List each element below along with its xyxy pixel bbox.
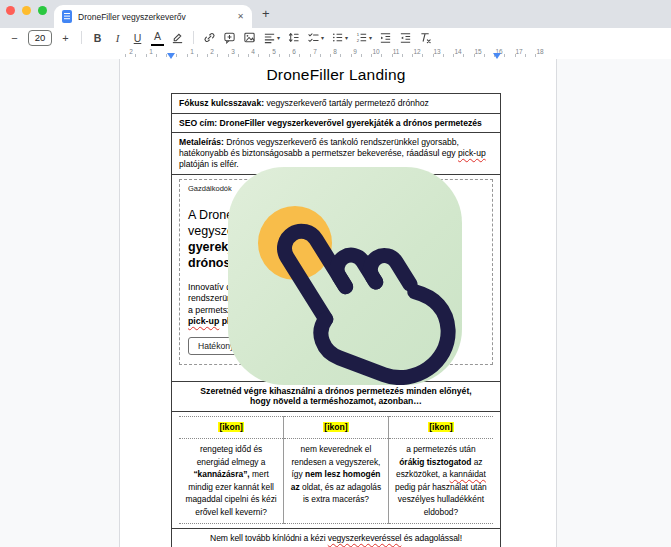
new-tab-button[interactable]: + <box>262 6 270 21</box>
chevron-down-icon: ▾ <box>369 34 372 41</box>
problems-table: [ikon] [ikon] [ikon] rengeteg időd és en… <box>179 416 493 524</box>
problems-row: [ikon] [ikon] [ikon] rengeteg időd és en… <box>172 412 501 529</box>
icon-placeholder: [ikon] <box>428 422 453 432</box>
problem-icon-cell: [ikon] <box>179 417 284 439</box>
seo-title-row: SEO cím: DroneFiller vegyszerkeverővel g… <box>172 113 501 133</box>
bold-button[interactable]: B <box>91 30 104 45</box>
window-controls <box>6 6 47 15</box>
close-tab-icon[interactable]: ✕ <box>237 12 244 21</box>
svg-text:2: 2 <box>357 38 360 43</box>
problem2-text-end: oldat, és az adagolás is extra macerás? <box>300 482 381 505</box>
ruler-number: 13 <box>433 48 440 55</box>
add-comment-button[interactable] <box>223 30 236 45</box>
chevron-down-icon: ▾ <box>345 34 348 41</box>
increase-indent-button[interactable] <box>399 30 412 45</box>
ruler-number: 7 <box>313 48 317 55</box>
focus-keywords-row: Fókusz kulcsszavak: vegyszerkeverő tartá… <box>172 94 501 114</box>
ruler-number: 2 <box>210 48 214 55</box>
problem3-text: a permetezés után <box>406 444 475 454</box>
align-button[interactable]: ▾ <box>263 30 280 45</box>
problem1-bold: “kannázásra”, <box>193 469 249 479</box>
ruler-number: 5 <box>272 48 276 55</box>
line-spacing-icon <box>287 31 300 44</box>
seo-title-text: SEO cím: DroneFiller vegyszerkeverővel g… <box>179 118 482 128</box>
ruler-number: 1 <box>149 48 153 55</box>
close-window-button[interactable] <box>6 6 15 15</box>
browser-tab[interactable]: DroneFiller vegyszerkeverőv ✕ <box>54 5 252 28</box>
toolbar-divider <box>81 31 82 44</box>
problem1-text: rengeteg időd és energiád elmegy a <box>197 444 266 467</box>
ruler-number: 8 <box>333 48 337 55</box>
docs-toolbar: − 20 + B I U A ▾ ▾ ▾ 12 ▾ <box>0 28 671 47</box>
decrease-indent-icon <box>379 31 392 44</box>
problem-text-cell: rengeteg időd és energiád elmegy a “kann… <box>179 439 284 524</box>
ruler: 21123456789101112131415161718 <box>0 47 671 59</box>
ruler-number: 6 <box>292 48 296 55</box>
focus-keywords-label: Fókusz kulcsszavak: <box>179 98 264 108</box>
tap-gesture-icon <box>228 167 462 385</box>
document-title: DroneFiller Landing <box>171 66 501 84</box>
ruler-number: 12 <box>413 48 420 55</box>
font-size-decrease-button[interactable]: − <box>8 30 21 45</box>
text-color-button[interactable]: A <box>151 29 164 47</box>
checklist-button[interactable]: ▾ <box>307 30 324 45</box>
ruler-number: 2 <box>129 48 133 55</box>
ruler-number: 9 <box>353 48 357 55</box>
font-size-input[interactable]: 20 <box>28 30 52 46</box>
ruler-number: 17 <box>515 48 522 55</box>
closing-headline-end: és adagolással! <box>401 533 462 543</box>
numbered-list-icon: 12 <box>355 31 368 44</box>
chevron-down-icon: ▾ <box>277 34 280 41</box>
decrease-indent-button[interactable] <box>379 30 392 45</box>
ruler-number: 10 <box>372 48 379 55</box>
problem3-bold: órákig tisztogatod <box>399 457 471 467</box>
line-spacing-button[interactable] <box>287 30 300 45</box>
meta-label: Metaleírás: <box>179 137 224 147</box>
bulleted-list-button[interactable]: ▾ <box>331 30 348 45</box>
increase-indent-icon <box>399 31 412 44</box>
section-heading-line2: hogy növeld a terméshozamot, azonban… <box>179 396 493 407</box>
ruler-number: 3 <box>231 48 235 55</box>
font-size-increase-button[interactable]: + <box>59 30 72 45</box>
problem-icon-cell: [ikon] <box>284 417 389 439</box>
closing-spellcheck-word: vegyszerkeveréssel <box>328 533 402 543</box>
zoom-window-button[interactable] <box>38 6 47 15</box>
ruler-number: 11 <box>393 48 400 55</box>
problem3-text-end: pedig pár használat után veszélyes hulla… <box>395 482 487 517</box>
insert-image-button[interactable] <box>243 30 256 45</box>
icon-placeholder: [ikon] <box>323 422 348 432</box>
problem3-spellcheck-word: kannáidat <box>450 469 486 479</box>
checklist-icon <box>307 31 320 44</box>
italic-button[interactable]: I <box>111 30 124 45</box>
underline-button[interactable]: U <box>131 30 144 45</box>
add-comment-icon <box>223 31 236 44</box>
tab-title: DroneFiller vegyszerkeverőv <box>78 12 231 22</box>
highlight-color-button[interactable] <box>171 30 184 45</box>
clear-formatting-icon <box>419 31 432 44</box>
icon-placeholder: [ikon] <box>218 422 243 432</box>
align-icon <box>263 31 276 44</box>
ruler-number: 15 <box>474 48 481 55</box>
insert-link-button[interactable] <box>203 30 216 45</box>
section-heading-line1: Szeretnéd végre kihasználni a drónos per… <box>179 386 493 397</box>
closing-headline-row: Nem kell tovább kínlódni a kézi vegyszer… <box>172 528 501 547</box>
section-heading-row: Szeretnéd végre kihasználni a drónos per… <box>172 381 501 411</box>
image-icon <box>243 31 256 44</box>
problem-text-cell: a permetezés után órákig tisztogatod az … <box>388 439 493 524</box>
tap-gesture-overlay <box>228 167 462 385</box>
highlighter-icon <box>171 31 184 44</box>
minimize-window-button[interactable] <box>22 6 31 15</box>
ruler-number: 18 <box>536 48 543 55</box>
bulleted-list-icon <box>331 31 344 44</box>
closing-headline: Nem kell tovább kínlódni a kézi <box>210 533 328 543</box>
browser-tab-strip: DroneFiller vegyszerkeverőv ✕ + <box>0 0 671 28</box>
chevron-down-icon: ▾ <box>321 34 324 41</box>
problem-text-cell: nem keverednek el rendesen a vegyszerek,… <box>284 439 389 524</box>
link-icon <box>203 31 216 44</box>
docs-favicon-icon <box>62 10 72 23</box>
numbered-list-button[interactable]: 12 ▾ <box>355 30 372 45</box>
svg-text:1: 1 <box>357 32 360 37</box>
hero-spellcheck-word: pick-up <box>188 316 219 326</box>
clear-formatting-button[interactable] <box>419 30 432 45</box>
ruler-number: 4 <box>251 48 255 55</box>
